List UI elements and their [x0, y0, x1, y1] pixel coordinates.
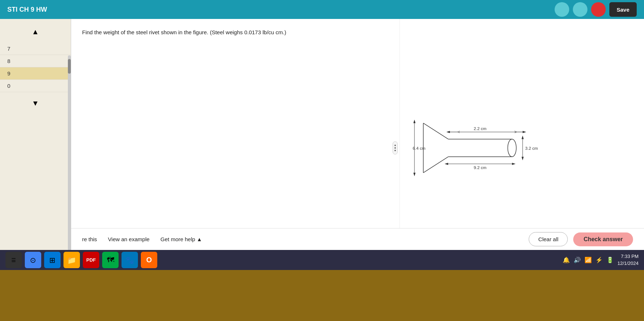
pdf-icon[interactable]: PDF [83, 252, 99, 268]
svg-text:2.2 cm: 2.2 cm [474, 126, 486, 131]
page-title: STI CH 9 HW [7, 6, 47, 13]
check-answer-button[interactable]: Check answer [573, 232, 633, 246]
more-dots-button[interactable] [393, 141, 398, 154]
taskbar-wifi-icon[interactable]: 📶 [585, 257, 592, 263]
svg-marker-9 [446, 131, 450, 133]
taskbar-sys-icon-1[interactable]: 🔔 [563, 257, 570, 263]
blue-app-icon[interactable]: 🐾 [122, 252, 138, 268]
svg-marker-18 [521, 157, 524, 160]
taskbar-main-area [0, 270, 644, 321]
taskbar-sys-icon-2[interactable]: 🔊 [574, 257, 581, 263]
outlook-icon[interactable]: O [141, 252, 157, 268]
save-this-link[interactable]: re this [82, 236, 97, 242]
clock-time: 7:33 PM [617, 253, 639, 260]
top-bar-actions: Save [555, 2, 637, 17]
folder-icon[interactable]: 📁 [63, 252, 80, 268]
sidebar-item-8[interactable]: 8 [0, 55, 71, 67]
svg-line-1 [423, 123, 448, 139]
rivet-diagram: 2.2 cm 6.4 cm 3.2 cm [413, 108, 540, 188]
top-btn-red[interactable] [591, 2, 606, 17]
get-more-help-link[interactable]: Get more help ▲ [161, 236, 202, 242]
save-button[interactable]: Save [609, 2, 637, 17]
bottom-right-btns: Clear all Check answer [529, 232, 633, 246]
windows-icon[interactable]: ⊞ [44, 252, 61, 268]
view-example-link[interactable]: View an example [108, 236, 150, 242]
top-bar: STI CH 9 HW Save [0, 0, 644, 19]
clock: 7:33 PM 12/1/2024 [617, 253, 639, 266]
sidebar-nav-up[interactable]: ▲ [28, 24, 43, 39]
taskbar-battery-icon[interactable]: 🔋 [606, 257, 614, 263]
question-text: Find the weight of the steel rivet shown… [82, 28, 389, 37]
dot3 [394, 150, 396, 151]
svg-marker-17 [521, 135, 524, 139]
taskbar-icons-right: 🔔 🔊 📶 ⚡ 🔋 7:33 PM 12/1/2024 [563, 253, 639, 266]
bottom-toolbar: re this View an example Get more help ▲ … [71, 228, 644, 250]
dot2 [394, 147, 396, 149]
taskbar-icons-left: ☰ ⊙ ⊞ 📁 PDF 🗺 🐾 O [5, 252, 157, 268]
svg-text:9.2 cm: 9.2 cm [474, 165, 486, 170]
svg-marker-21 [444, 163, 448, 165]
taskbar-bluetooth-icon[interactable]: ⚡ [595, 257, 603, 263]
bottom-left-links: re this View an example Get more help ▲ [82, 236, 202, 242]
sidebar-item-9[interactable]: 9 [0, 67, 71, 80]
chrome-icon[interactable]: ⊙ [25, 252, 41, 268]
svg-line-2 [423, 157, 448, 173]
top-btn-2[interactable] [573, 2, 587, 17]
svg-marker-13 [413, 120, 415, 123]
start-icon[interactable]: ☰ [5, 252, 22, 268]
clock-date: 12/1/2024 [617, 260, 639, 267]
sidebar-numbers: 7 8 9 0 [0, 41, 71, 94]
sidebar-scrollbar-thumb[interactable] [68, 59, 71, 74]
svg-point-5 [508, 139, 516, 157]
sidebar-nav-down[interactable]: ▼ [28, 96, 43, 110]
green-app-icon[interactable]: 🗺 [102, 252, 119, 268]
top-btn-1[interactable] [555, 2, 569, 17]
svg-marker-14 [413, 173, 415, 176]
svg-marker-22 [512, 163, 516, 165]
dot1 [394, 145, 396, 146]
sidebar-item-7[interactable]: 7 [0, 43, 71, 55]
clear-all-button[interactable]: Clear all [529, 232, 568, 246]
sidebar-item-0[interactable]: 0 [0, 80, 71, 92]
svg-marker-11 [522, 131, 526, 133]
taskbar-top: ☰ ⊙ ⊞ 📁 PDF 🗺 🐾 O 🔔 🔊 📶 ⚡ 🔋 7:33 PM 12/ [0, 250, 644, 270]
taskbar: ☰ ⊙ ⊞ 📁 PDF 🗺 🐾 O 🔔 🔊 📶 ⚡ 🔋 7:33 PM 12/ [0, 250, 644, 321]
svg-text:6.4 cm: 6.4 cm [413, 145, 425, 150]
svg-text:3.2 cm: 3.2 cm [525, 145, 538, 150]
